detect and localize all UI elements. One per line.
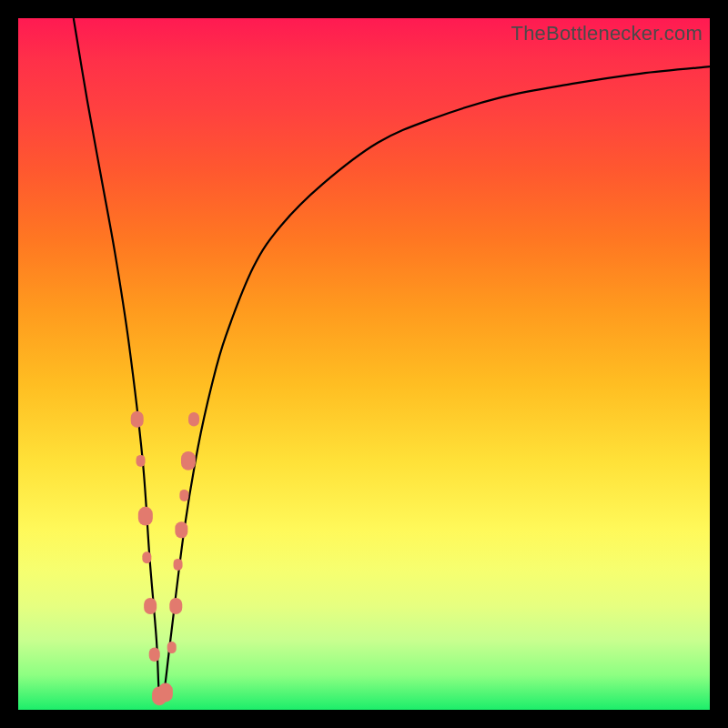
data-marker <box>158 683 173 703</box>
data-marker <box>167 642 177 653</box>
data-marker <box>142 551 151 563</box>
data-marker <box>181 451 196 470</box>
data-marker <box>175 521 187 538</box>
chart-frame: TheBottlenecker.com <box>0 0 728 728</box>
data-marker <box>188 412 199 427</box>
data-marker <box>138 507 153 526</box>
data-marker <box>144 598 157 614</box>
data-marker <box>136 455 146 467</box>
data-marker <box>149 647 160 662</box>
data-marker <box>131 411 144 428</box>
curve-svg <box>18 18 710 710</box>
plot-area: TheBottlenecker.com <box>18 18 710 710</box>
data-marker <box>169 598 182 614</box>
data-marker <box>179 490 188 501</box>
data-marker <box>174 559 183 571</box>
bottleneck-curve <box>74 18 710 703</box>
marker-group <box>131 411 199 706</box>
